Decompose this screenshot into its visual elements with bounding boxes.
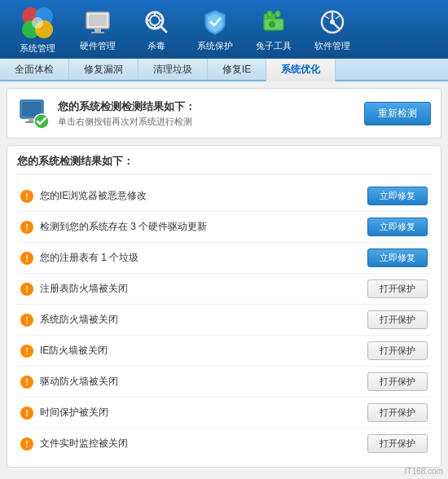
fix-btn-2[interactable]: 立即修复 bbox=[367, 248, 428, 267]
result-row-registry-junk: ! 您的注册表有 1 个垃圾 立即修复 bbox=[17, 243, 431, 274]
svg-line-24 bbox=[336, 15, 340, 19]
svg-line-11 bbox=[160, 26, 166, 32]
nav-kill-label: 杀毒 bbox=[147, 40, 165, 52]
result-left-0: ! 您的IE浏览器被恶意修改 bbox=[20, 189, 367, 203]
result-row-file-monitor: ! 文件实时监控被关闭 打开保护 bbox=[17, 428, 431, 459]
nav-rabbit-label: 兔子工具 bbox=[256, 40, 292, 52]
svg-point-4 bbox=[32, 17, 43, 29]
result-text-1: 检测到您的系统存在 3 个硬件驱动更新 bbox=[40, 220, 207, 234]
result-text-7: 时间保护被关闭 bbox=[40, 406, 108, 420]
result-left-2: ! 您的注册表有 1 个垃圾 bbox=[20, 251, 367, 265]
fix-btn-0[interactable]: 立即修复 bbox=[367, 187, 428, 205]
result-text-5: IE防火墙被关闭 bbox=[40, 344, 108, 358]
rabbit-icon bbox=[259, 7, 288, 37]
result-text-2: 您的注册表有 1 个垃圾 bbox=[40, 251, 138, 265]
result-row-ie-modified: ! 您的IE浏览器被恶意修改 立即修复 bbox=[17, 181, 431, 212]
tab-fix-damage[interactable]: 修复漏洞 bbox=[69, 59, 138, 80]
summary-title: 您的系统检测检测结果如下： bbox=[58, 99, 195, 114]
warning-icon-7: ! bbox=[20, 406, 33, 420]
warning-icon-5: ! bbox=[20, 345, 33, 358]
tab-optimize[interactable]: 系统优化 bbox=[266, 59, 336, 81]
nav-protect[interactable]: 系统保护 bbox=[187, 2, 243, 57]
result-text-3: 注册表防火墙被关闭 bbox=[40, 282, 128, 296]
nav-kill[interactable]: 杀毒 bbox=[129, 2, 184, 57]
nav-protect-label: 系统保护 bbox=[197, 40, 233, 52]
svg-point-22 bbox=[330, 20, 335, 24]
results-title: 您的系统检测结果如下： bbox=[17, 154, 431, 174]
result-text-6: 驱动防火墙被关闭 bbox=[40, 375, 118, 389]
app-logo[interactable]: 系统管理 bbox=[8, 5, 67, 55]
warning-icon-3: ! bbox=[20, 283, 33, 296]
tab-fix-ie[interactable]: 修复IE bbox=[208, 59, 266, 80]
warning-icon-8: ! bbox=[20, 437, 33, 450]
warning-icon-6: ! bbox=[20, 376, 33, 389]
svg-rect-27 bbox=[29, 118, 33, 121]
result-text-8: 文件实时监控被关闭 bbox=[40, 437, 128, 450]
nav-rabbit[interactable]: 兔子工具 bbox=[246, 2, 301, 57]
result-left-8: ! 文件实时监控被关闭 bbox=[20, 437, 367, 450]
fix-btn-1[interactable]: 立即修复 bbox=[367, 218, 428, 236]
result-row-system-firewall: ! 系统防火墙被关闭 打开保护 bbox=[17, 305, 431, 336]
nav-software[interactable]: 软件管理 bbox=[305, 2, 360, 57]
summary-subtitle: 单击右侧按钮再次对系统进行检测 bbox=[58, 116, 195, 128]
result-row-ie-firewall: ! IE防火墙被关闭 打开保护 bbox=[17, 336, 431, 367]
protect-btn-3[interactable]: 打开保护 bbox=[367, 279, 428, 298]
warning-icon-0: ! bbox=[20, 190, 33, 203]
results-section: 您的系统检测结果如下： ! 您的IE浏览器被恶意修改 立即修复 ! 检测到您的系… bbox=[7, 145, 441, 468]
app-title-label: 系统管理 bbox=[20, 42, 55, 55]
result-left-7: ! 时间保护被关闭 bbox=[20, 406, 367, 420]
main-content: 您的系统检测检测结果如下： 单击右侧按钮再次对系统进行检测 重新检测 您的系统检… bbox=[0, 81, 448, 479]
result-left-1: ! 检测到您的系统存在 3 个硬件驱动更新 bbox=[20, 220, 367, 234]
result-left-5: ! IE防火墙被关闭 bbox=[20, 344, 367, 358]
svg-point-20 bbox=[269, 21, 275, 28]
warning-icon-1: ! bbox=[20, 221, 33, 234]
svg-rect-18 bbox=[275, 11, 280, 17]
result-left-4: ! 系统防火墙被关闭 bbox=[20, 313, 367, 327]
svg-rect-8 bbox=[91, 32, 104, 33]
top-nav-bar: 系统管理 硬件管理 杀毒 bbox=[0, 0, 448, 59]
summary-left: 您的系统检测检测结果如下： 单击右侧按钮再次对系统进行检测 bbox=[17, 97, 195, 130]
kill-icon bbox=[142, 7, 171, 37]
result-left-3: ! 注册表防火墙被关闭 bbox=[20, 282, 367, 296]
nav-hardware-label: 硬件管理 bbox=[80, 40, 116, 52]
protect-btn-8[interactable]: 打开保护 bbox=[367, 434, 428, 453]
result-row-driver-update: ! 检测到您的系统存在 3 个硬件驱动更新 立即修复 bbox=[17, 212, 431, 243]
nav-hardware[interactable]: 硬件管理 bbox=[70, 2, 125, 57]
protect-btn-5[interactable]: 打开保护 bbox=[367, 341, 428, 360]
summary-text: 您的系统检测检测结果如下： 单击右侧按钮再次对系统进行检测 bbox=[58, 99, 195, 128]
hardware-icon bbox=[83, 7, 112, 37]
watermark: IT168.com bbox=[405, 467, 443, 476]
tab-full-check[interactable]: 全面体检 bbox=[0, 59, 69, 80]
result-left-6: ! 驱动防火墙被关闭 bbox=[20, 375, 367, 389]
svg-line-23 bbox=[324, 15, 329, 19]
tab-bar: 全面体检 修复漏洞 清理垃圾 修复IE 系统优化 bbox=[0, 59, 448, 81]
result-row-driver-firewall: ! 驱动防火墙被关闭 打开保护 bbox=[17, 367, 431, 398]
svg-rect-17 bbox=[267, 11, 272, 17]
logo-icon bbox=[20, 5, 55, 41]
result-text-4: 系统防火墙被关闭 bbox=[40, 313, 118, 327]
protect-icon bbox=[200, 7, 230, 37]
summary-card: 您的系统检测检测结果如下： 单击右侧按钮再次对系统进行检测 重新检测 bbox=[7, 88, 441, 138]
recheck-button[interactable]: 重新检测 bbox=[364, 102, 431, 125]
protect-btn-4[interactable]: 打开保护 bbox=[367, 310, 428, 329]
summary-icon bbox=[17, 97, 50, 130]
protect-btn-6[interactable]: 打开保护 bbox=[367, 372, 428, 391]
warning-icon-4: ! bbox=[20, 314, 33, 327]
software-icon bbox=[318, 7, 347, 37]
result-row-time-protect: ! 时间保护被关闭 打开保护 bbox=[17, 398, 431, 428]
svg-rect-7 bbox=[94, 29, 101, 32]
result-text-0: 您的IE浏览器被恶意修改 bbox=[40, 189, 147, 203]
svg-point-10 bbox=[150, 15, 160, 25]
nav-software-label: 软件管理 bbox=[314, 40, 350, 52]
tab-clean-junk[interactable]: 清理垃圾 bbox=[138, 59, 208, 80]
result-row-registry-firewall: ! 注册表防火墙被关闭 打开保护 bbox=[17, 274, 431, 305]
svg-rect-6 bbox=[89, 15, 107, 26]
protect-btn-7[interactable]: 打开保护 bbox=[367, 403, 428, 422]
warning-icon-2: ! bbox=[20, 252, 33, 265]
